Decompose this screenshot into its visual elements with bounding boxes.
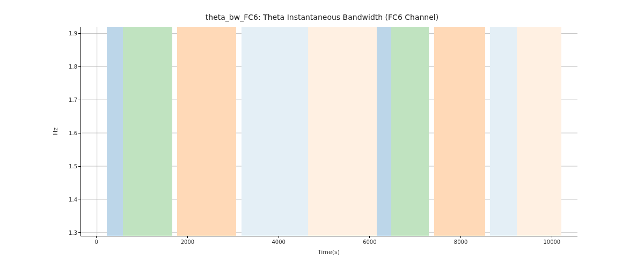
background-band [241, 27, 279, 236]
chart-title: theta_bw_FC6: Theta Instantaneous Bandwi… [0, 13, 644, 21]
x-tick-label: 10000 [543, 239, 560, 245]
x-axis-label: Time(s) [80, 249, 577, 256]
y-tick-label: 1.4 [56, 196, 77, 202]
y-tick-label: 1.9 [56, 31, 77, 36]
background-band [490, 27, 517, 236]
background-band [107, 27, 123, 236]
background-band [391, 27, 429, 236]
y-tick-label: 1.8 [56, 64, 77, 70]
axes: 0200040006000800010000 1.31.41.51.61.71.… [80, 27, 577, 236]
figure: theta_bw_FC6: Theta Instantaneous Bandwi… [0, 0, 644, 268]
y-tick-label: 1.3 [56, 229, 77, 235]
y-tick-label: 1.7 [56, 97, 77, 103]
y-tick-label: 1.6 [56, 130, 77, 136]
x-tick-label: 4000 [272, 239, 285, 245]
background-band [462, 27, 485, 236]
background-band [370, 27, 377, 236]
background-band [552, 27, 561, 236]
background-band [434, 27, 462, 236]
background-band [188, 27, 236, 236]
x-tick-label: 0 [95, 239, 98, 245]
x-tick-label: 8000 [454, 239, 467, 245]
background-band [377, 27, 391, 236]
y-tick-label: 1.5 [56, 163, 77, 169]
background-band [279, 27, 308, 236]
background-band [308, 27, 370, 236]
x-tick-label: 2000 [181, 239, 194, 245]
x-tick-label: 6000 [363, 239, 376, 245]
plot-area [80, 27, 577, 236]
background-band [517, 27, 552, 236]
background-band [123, 27, 172, 236]
background-band [177, 27, 188, 236]
y-axis-label: Hz [52, 128, 59, 135]
